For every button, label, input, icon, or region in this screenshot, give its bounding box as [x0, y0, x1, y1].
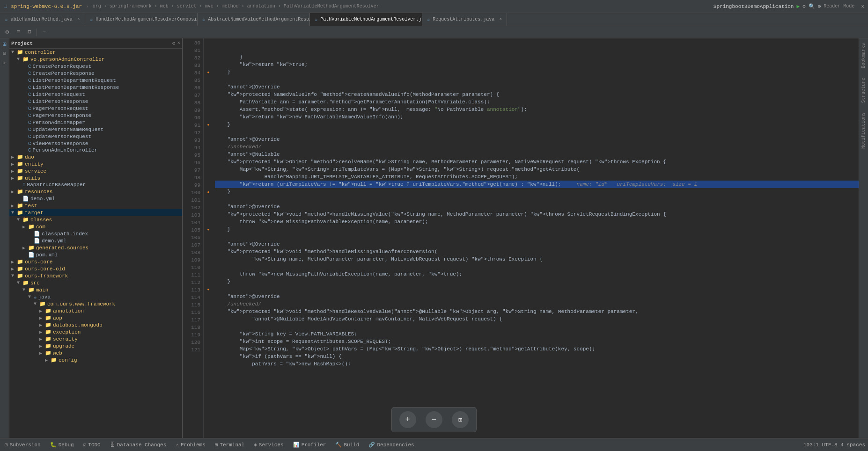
toolbar-minus[interactable]: − — [39, 28, 49, 37]
tab-requestattributes[interactable]: ☕ RequestAttributes.java × — [422, 13, 508, 26]
terminal-btn[interactable]: ⊞ Terminal — [213, 441, 246, 449]
code-line-86[interactable]: PathVariable ann = parameter."method">ge… — [215, 98, 859, 106]
left-icon-project[interactable]: ⊞ — [1, 40, 8, 48]
code-line-108[interactable] — [215, 263, 859, 270]
code-line-84[interactable]: "annot">@Override — [215, 83, 859, 91]
tree-classes[interactable]: ▼ 📁 classes — [9, 216, 182, 223]
code-line-106[interactable]: "kw">protected "kw">void "method">handle… — [215, 248, 859, 255]
tree-personadmin-ctrl[interactable]: ▶ C PersonAdminController — [9, 147, 182, 153]
code-line-91[interactable]: "annot">@Override — [215, 136, 859, 143]
code-line-88[interactable]: "kw">return "kw">new PathVariableNamedVa… — [215, 113, 859, 121]
code-line-93[interactable]: "annot">@Nullable — [215, 151, 859, 158]
toolbar-align[interactable]: ≡ — [13, 28, 23, 37]
tree-demoyml[interactable]: ▶ 📄 demo.yml — [9, 195, 182, 202]
jar-label[interactable]: spring-webmvc-6.0.9.jar — [11, 4, 82, 9]
code-line-85[interactable]: "kw">protected NamedValueInfo "method">c… — [215, 91, 859, 98]
code-line-99[interactable] — [215, 196, 859, 203]
code-line-113[interactable]: /unchecked/ — [215, 300, 859, 308]
code-line-111[interactable] — [215, 285, 859, 293]
tree-viewpersonresponse[interactable]: ▶CViewPersonResponse — [9, 140, 182, 147]
code-line-121[interactable]: pathVars = "kw">new HashMap<>(); — [215, 360, 859, 368]
tree-test[interactable]: ▶ 📁 test — [9, 202, 182, 209]
code-line-98[interactable]: } — [215, 188, 859, 196]
tree-service[interactable]: ▶ 📁 service — [9, 167, 182, 175]
code-line-100[interactable]: "annot">@Override — [215, 203, 859, 211]
tree-dao[interactable]: ▶ 📁 dao — [9, 153, 182, 160]
tree-listpersondepartmentrequest[interactable]: ▶CListPersonDepartmentRequest — [9, 77, 182, 84]
code-line-83[interactable] — [215, 76, 859, 83]
code-line-103[interactable]: } — [215, 226, 859, 233]
left-icon-git[interactable]: ⊡ — [1, 50, 8, 57]
tab-handlermethodargument[interactable]: ☕ HandlerMethodArgumentResolverComposite… — [85, 13, 198, 26]
app-name[interactable]: Springboot3DemoApplication — [714, 4, 794, 9]
code-line-110[interactable]: } — [215, 278, 859, 285]
code-line-89[interactable]: } — [215, 121, 859, 128]
code-line-116[interactable] — [215, 323, 859, 330]
tree-web[interactable]: ▶ 📁 web — [9, 349, 182, 356]
tree-vo-admin[interactable]: ▼ 📁 vo.personAdminController — [9, 56, 182, 63]
zoom-in-btn[interactable]: + — [399, 411, 416, 428]
code-line-95[interactable]: Map<"kw">String, "kw">String> uriTemplat… — [215, 166, 859, 173]
dependencies-btn[interactable]: 🔗 Dependencies — [367, 441, 416, 449]
tree-entity[interactable]: ▶ 📁 entity — [9, 160, 182, 167]
tree-listpersondepartmentresponse[interactable]: ▶CListPersonDepartmentResponse — [9, 84, 182, 91]
zoom-out-btn[interactable]: − — [426, 411, 442, 428]
tree-createpersonrequest[interactable]: ▶CCreatePersonRequest — [9, 63, 182, 70]
tree-src[interactable]: ▼ 📁 src — [9, 279, 182, 286]
code-line-120[interactable]: "kw">if (pathVars == "kw">null) { — [215, 353, 859, 360]
subversion-btn[interactable]: ⊡ Subversion — [3, 441, 43, 449]
tree-listpersonresponse[interactable]: ▶CListPersonResponse — [9, 98, 182, 105]
code-line-90[interactable] — [215, 128, 859, 136]
code-line-117[interactable]: "kw">String key = View.PATH_VARIABLES; — [215, 330, 859, 338]
tree-com[interactable]: ▶ 📁 com — [9, 223, 182, 230]
code-line-112[interactable]: "annot">@Override — [215, 293, 859, 300]
tree-generated[interactable]: ▶ 📁 generated-sources — [9, 244, 182, 251]
tab-ablhandlermethod[interactable]: ☕ ableHandlerMethod.java × — [0, 13, 85, 26]
tree-annotation[interactable]: ▶ 📁 annotation — [9, 307, 182, 314]
code-line-81[interactable]: "kw">return "kw">true; — [215, 61, 859, 68]
tab-abstractnamed[interactable]: ☕ AbstractNamedValueMethodArgumentResolv… — [198, 13, 310, 26]
tree-config[interactable]: ▶ 📁 config — [9, 356, 182, 364]
structure-panel-btn[interactable]: Structure — [860, 75, 867, 106]
tree-java[interactable]: ▼ ☕ java — [9, 293, 182, 300]
tree-resources[interactable]: ▶ 📁 resources — [9, 188, 182, 195]
tree-pagerpersonresponse[interactable]: ▶CPagerPersonResponse — [9, 112, 182, 119]
notifications-panel-btn[interactable]: Notifications — [860, 109, 867, 152]
code-line-118[interactable]: "kw">int scope = RequestAttributes.SCOPE… — [215, 338, 859, 345]
tree-upgrade[interactable]: ▶ 📁 upgrade — [9, 342, 182, 349]
tree-demo-yml2[interactable]: ▶ 📄 demo.yml — [9, 237, 182, 244]
debug-btn[interactable]: 🐛 Debug — [48, 441, 76, 449]
tab-pathvariable[interactable]: ☕ PathVariableMethodArgumentResolver.jav… — [310, 13, 422, 26]
tab-close-5[interactable]: × — [499, 17, 502, 22]
code-line-115[interactable]: "annot">@Nullable ModelAndViewContainer … — [215, 315, 859, 323]
code-line-97[interactable]: "kw">return (uriTemplateVars != "kw">nul… — [215, 181, 859, 188]
code-line-92[interactable]: /unchecked/ — [215, 143, 859, 151]
tree-aop[interactable]: ▶ 📁 aop — [9, 314, 182, 321]
tree-main[interactable]: ▼ 📁 main — [9, 286, 182, 293]
db-changes-btn[interactable]: 🗄 Database Changes — [108, 441, 169, 449]
tree-ours-core-old[interactable]: ▶ 📁 ours-core-old — [9, 265, 182, 272]
close-btn[interactable]: ✕ — [861, 3, 864, 9]
tree-com-ours[interactable]: ▼ 📁 com.ours.www.framework — [9, 300, 182, 307]
tree-personadminmapper[interactable]: ▶CPersonAdminMapper — [9, 119, 182, 126]
code-line-96[interactable]: HandlerMapping.URI_TEMPLATE_VARIABLES_AT… — [215, 173, 859, 181]
debug-run-icon[interactable]: ⚙ — [802, 3, 806, 9]
bookmarks-panel-btn[interactable]: Bookmarks — [860, 40, 867, 71]
code-line-104[interactable] — [215, 233, 859, 240]
settings-icon[interactable]: ⚙ — [818, 3, 821, 9]
todo-btn[interactable]: ☑ TODO — [81, 441, 103, 449]
code-line-105[interactable]: "annot">@Override — [215, 240, 859, 248]
code-line-102[interactable]: throw "kw">new MissingPathVariableExcept… — [215, 218, 859, 226]
tree-ours-core[interactable]: ▶ 📁 ours-core — [9, 258, 182, 265]
tree-listpersonrequest[interactable]: ▶CListPersonRequest — [9, 91, 182, 98]
tree-target[interactable]: ▼ 📁 target — [9, 209, 182, 216]
tree-exception[interactable]: ▶ 📁 exception — [9, 328, 182, 335]
code-line-94[interactable]: "kw">protected "kw">Object "method">reso… — [215, 158, 859, 166]
problems-btn[interactable]: ⚠ Problems — [174, 441, 207, 449]
build-btn[interactable]: 🔨 Build — [333, 441, 361, 449]
code-line-119[interactable]: Map<"kw">String, "kw">Object> pathVars =… — [215, 345, 859, 353]
run-icon[interactable]: ▶ — [796, 3, 800, 9]
tree-controller[interactable]: ▼ 📁 controller — [9, 49, 182, 56]
code-line-114[interactable]: "kw">protected "kw">void "method">handle… — [215, 308, 859, 315]
code-line-80[interactable]: } — [215, 53, 859, 61]
